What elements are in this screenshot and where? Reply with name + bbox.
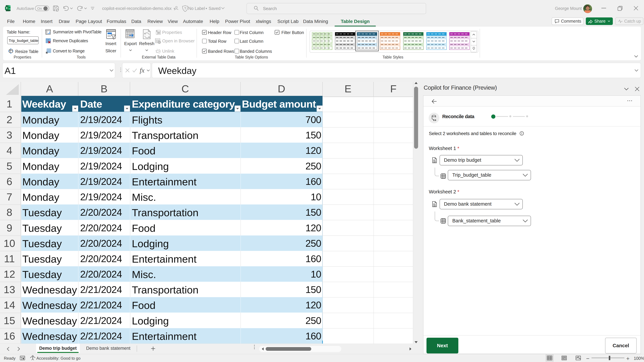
svg-text:X: X [6, 7, 8, 9]
svg-text:?: ? [184, 6, 186, 10]
